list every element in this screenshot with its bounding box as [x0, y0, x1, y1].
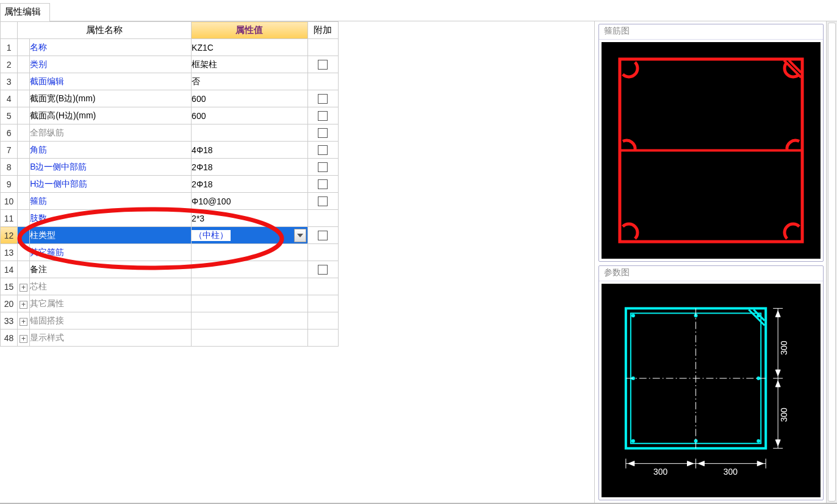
property-value[interactable]: 2Φ18	[192, 176, 308, 193]
table-row[interactable]: 4截面宽(B边)(mm)600	[1, 90, 339, 107]
row-expander[interactable]: +	[18, 278, 30, 295]
addon-checkbox[interactable]	[318, 128, 328, 138]
addon-checkbox[interactable]	[318, 196, 328, 206]
svg-marker-34	[757, 461, 763, 466]
addon-cell[interactable]	[307, 159, 338, 176]
property-name: 截面高(H边)(mm)	[30, 107, 192, 124]
property-name: 肢数	[30, 210, 192, 227]
table-row[interactable]: 33+锚固搭接	[1, 312, 339, 329]
row-expander[interactable]: +	[18, 312, 30, 329]
addon-cell[interactable]	[307, 193, 338, 210]
addon-checkbox[interactable]	[318, 231, 328, 240]
addon-cell[interactable]	[307, 56, 338, 73]
addon-cell[interactable]	[307, 227, 338, 244]
dim-right-top: 300	[779, 340, 789, 355]
table-row[interactable]: 5截面高(H边)(mm)600	[1, 107, 339, 124]
row-index: 6	[1, 124, 18, 142]
row-index: 9	[1, 176, 18, 193]
property-name: 柱类型	[30, 227, 192, 244]
row-index: 10	[1, 193, 18, 210]
property-value[interactable]: （中柱）	[192, 227, 308, 244]
svg-marker-26	[775, 440, 780, 446]
property-value[interactable]	[192, 329, 308, 347]
property-value[interactable]: KZ1C	[192, 39, 308, 56]
addon-checkbox[interactable]	[318, 145, 328, 155]
row-expander	[18, 39, 30, 56]
addon-cell	[307, 73, 338, 90]
plus-icon[interactable]: +	[20, 301, 27, 309]
table-row[interactable]: 48+显示样式	[1, 329, 339, 347]
addon-cell[interactable]	[307, 142, 338, 159]
table-row[interactable]: 10箍筋Φ10@100	[1, 193, 339, 210]
row-expander[interactable]: +	[18, 329, 30, 347]
chevron-down-icon[interactable]	[294, 229, 306, 242]
addon-cell[interactable]	[307, 176, 338, 193]
row-expander	[18, 124, 30, 142]
table-row[interactable]: 13其它箍筋	[1, 244, 339, 261]
table-row[interactable]: 20+其它属性	[1, 295, 339, 312]
addon-cell	[307, 329, 338, 347]
property-value[interactable]: 600	[192, 107, 308, 124]
property-value[interactable]: 2Φ18	[192, 159, 308, 176]
row-index: 5	[1, 107, 18, 124]
svg-marker-33	[699, 461, 705, 466]
right-scrollbar[interactable]	[826, 21, 837, 503]
row-expander	[18, 142, 30, 159]
table-row[interactable]: 14备注	[1, 261, 339, 278]
table-row[interactable]: 3截面编辑否	[1, 73, 339, 90]
row-index: 1	[1, 39, 18, 56]
property-name: 名称	[30, 39, 192, 56]
addon-checkbox[interactable]	[318, 111, 328, 121]
plus-icon[interactable]: +	[20, 335, 27, 343]
table-row[interactable]: 15+芯柱	[1, 278, 339, 295]
property-value[interactable]: 4Φ18	[192, 142, 308, 159]
property-value[interactable]: 600	[192, 90, 308, 107]
property-value[interactable]: 否	[192, 73, 308, 90]
header-value: 属性值	[192, 22, 308, 39]
addon-checkbox[interactable]	[318, 265, 328, 275]
property-value[interactable]	[192, 124, 308, 142]
table-row[interactable]: 9H边一侧中部筋2Φ18	[1, 176, 339, 193]
addon-cell[interactable]	[307, 107, 338, 124]
property-name: 全部纵筋	[30, 124, 192, 142]
table-row[interactable]: 1名称KZ1C	[1, 39, 339, 56]
table-row[interactable]: 12柱类型（中柱）	[1, 227, 339, 244]
addon-checkbox[interactable]	[318, 94, 328, 104]
addon-cell	[307, 244, 338, 261]
table-row[interactable]: 6全部纵筋	[1, 124, 339, 142]
addon-checkbox[interactable]	[318, 162, 328, 172]
row-expander	[18, 261, 30, 278]
addon-cell[interactable]	[307, 90, 338, 107]
property-value[interactable]	[192, 278, 308, 295]
property-name: 类别	[30, 56, 192, 73]
row-index: 3	[1, 73, 18, 90]
row-index: 8	[1, 159, 18, 176]
table-row[interactable]: 8B边一侧中部筋2Φ18	[1, 159, 339, 176]
table-row[interactable]: 11肢数2*3	[1, 210, 339, 227]
property-value[interactable]	[192, 295, 308, 312]
property-value[interactable]: 框架柱	[192, 56, 308, 73]
property-value[interactable]	[192, 312, 308, 329]
plus-icon[interactable]: +	[20, 284, 27, 292]
row-index: 7	[1, 142, 18, 159]
property-name: 截面宽(B边)(mm)	[30, 90, 192, 107]
table-row[interactable]: 7角筋4Φ18	[1, 142, 339, 159]
property-value[interactable]	[192, 244, 308, 261]
property-value[interactable]: Φ10@100	[192, 193, 308, 210]
property-name: B边一侧中部筋	[30, 159, 192, 176]
addon-checkbox[interactable]	[318, 60, 328, 70]
row-expander[interactable]: +	[18, 295, 30, 312]
svg-point-11	[756, 314, 760, 317]
property-value[interactable]	[192, 261, 308, 278]
addon-checkbox[interactable]	[318, 179, 328, 189]
property-value[interactable]: 2*3	[192, 210, 308, 227]
tab-property-edit[interactable]: 属性编辑	[0, 3, 50, 21]
addon-cell[interactable]	[307, 261, 338, 278]
plus-icon[interactable]: +	[20, 318, 27, 326]
row-index: 2	[1, 56, 18, 73]
table-row[interactable]: 2类别框架柱	[1, 56, 339, 73]
property-name: 显示样式	[30, 329, 192, 347]
right-panel: 箍筋图	[594, 21, 837, 503]
svg-point-16	[756, 439, 760, 443]
addon-cell[interactable]	[307, 124, 338, 142]
